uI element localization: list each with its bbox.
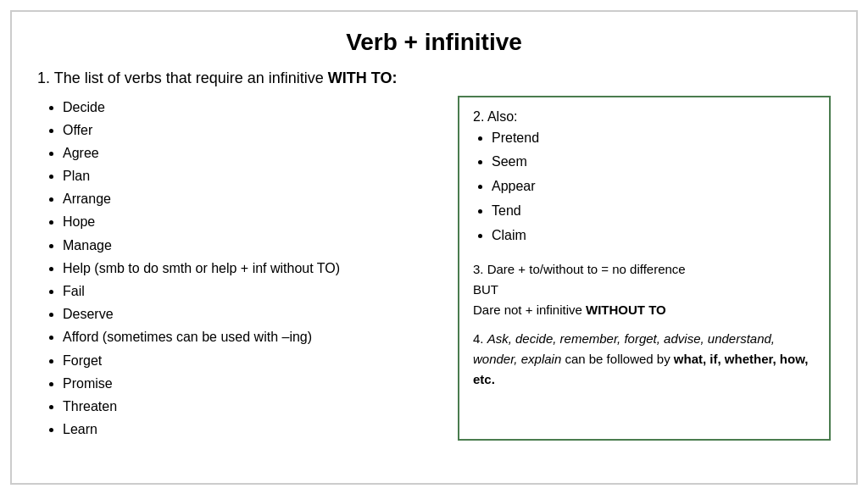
list-item: Manage [63,234,441,257]
section3-but: BUT [473,280,815,300]
content-area: Decide Offer Agree Plan Arrange Hope Man… [37,96,831,441]
list-item: Afford (sometimes can be used with –ing) [63,325,441,348]
list-item: Learn [63,418,441,441]
list-item: Fail [63,280,441,303]
verb-list: Decide Offer Agree Plan Arrange Hope Man… [37,96,441,441]
section4-normal: can be followed by [561,352,674,366]
list-item: Plan [63,164,441,187]
section3-dare: Dare not + infinitive WITHOUT TO [473,300,815,320]
list-item: Agree [63,142,441,164]
list-item: Help (smb to do smth or help + inf witho… [63,257,441,280]
right-box: 2. Also: Pretend Seem Appear Tend Claim … [458,96,831,441]
section3: 3. Dare + to/without to = no difference … [473,259,815,320]
list-item: Claim [492,224,815,248]
list-item: Pretend [492,126,815,151]
list-item: Decide [63,96,441,119]
list-item: Promise [63,372,441,395]
list-item: Deserve [63,303,441,325]
left-column: Decide Offer Agree Plan Arrange Hope Man… [37,96,441,441]
list-item: Arrange [63,187,441,210]
list-item: Offer [63,119,441,142]
list-item: Threaten [63,395,441,418]
section2-label: 2. Also: [473,109,815,125]
list-item: Tend [492,199,815,224]
section1-heading: 1. The list of verbs that require an inf… [37,69,831,87]
also-list: Pretend Seem Appear Tend Claim [473,126,815,248]
section3-line1: 3. Dare + to/without to = no difference [473,259,815,280]
slide: Verb + infinitive 1. The list of verbs t… [10,10,858,485]
list-item: Hope [63,210,441,233]
section2: 2. Also: Pretend Seem Appear Tend Claim [473,109,815,252]
slide-title: Verb + infinitive [37,29,831,56]
section4: 4. Ask, decide, remember, forget, advise… [473,329,815,390]
list-item: Forget [63,349,441,372]
list-item: Seem [492,150,815,175]
list-item: Appear [492,175,815,199]
